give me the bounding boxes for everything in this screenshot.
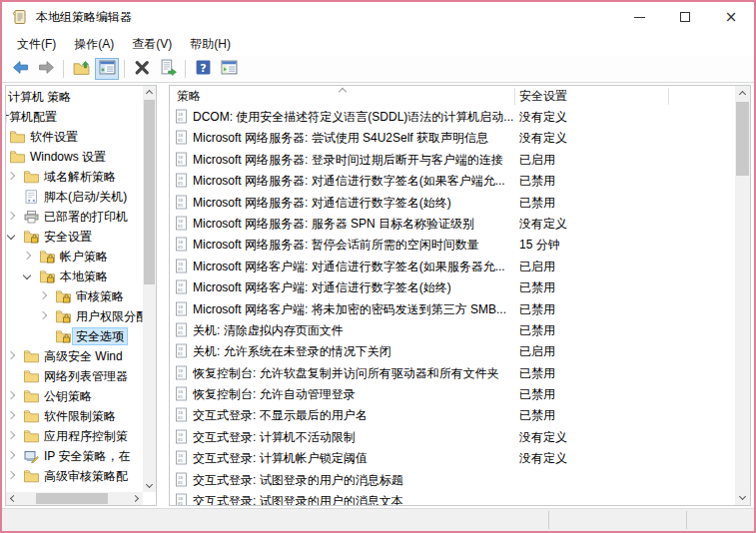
chevron-down-icon[interactable]: [7, 232, 15, 240]
policy-row-1[interactable]: 1001Microsoft 网络服务器: 尝试使用 S4U2Self 获取声明信…: [170, 127, 735, 148]
panel-splitter[interactable]: [157, 85, 169, 506]
export-list-button[interactable]: [156, 58, 180, 80]
minimize-icon: [634, 17, 645, 18]
menu-item-0[interactable]: 文件(F): [8, 33, 65, 56]
tree-scrollbar-thumb[interactable]: [144, 100, 155, 284]
tree-item-12[interactable]: 安全选项: [6, 326, 143, 346]
chevron-right-icon[interactable]: [39, 291, 47, 299]
policy-row-10[interactable]: 1001关机: 清除虚拟内存页面文件已禁用: [170, 319, 735, 340]
delete-button[interactable]: [130, 58, 154, 80]
tree-vertical-scrollbar[interactable]: [143, 86, 156, 492]
tree-hscrollbar-thumb[interactable]: [36, 493, 108, 504]
chevron-right-icon[interactable]: [7, 391, 15, 399]
tree-item-15[interactable]: 公钥策略: [6, 386, 143, 406]
policy-row-8[interactable]: 1001Microsoft 网络客户端: 对通信进行数字签名(始终)已禁用: [170, 276, 735, 297]
tree-item-1[interactable]: 计算机配置: [6, 107, 143, 127]
tree-scroll-down-button[interactable]: [143, 479, 156, 492]
list-scrollbar-thumb[interactable]: [736, 102, 749, 176]
maximize-button[interactable]: [662, 2, 708, 32]
tree-item-17[interactable]: 应用程序控制策: [6, 426, 143, 446]
policy-row-3[interactable]: 1001Microsoft 网络服务器: 对通信进行数字签名(如果客户端允...…: [170, 170, 735, 191]
show-console-tree-button[interactable]: [95, 58, 119, 80]
tree-item-18[interactable]: IP 安全策略，在: [6, 446, 143, 466]
column-divider[interactable]: [514, 88, 515, 105]
policy-row-6[interactable]: 1001Microsoft 网络服务器: 暂停会话前所需的空闲时间数量15 分钟: [170, 234, 735, 255]
tree-item-13[interactable]: 高级安全 Wind: [6, 346, 143, 366]
policy-row-5[interactable]: 1001Microsoft 网络服务器: 服务器 SPN 目标名称验证级别没有定…: [170, 213, 735, 234]
svg-text:01: 01: [178, 117, 184, 122]
folder-lock-icon: [24, 230, 39, 244]
column-divider[interactable]: [668, 88, 669, 105]
chevron-right-icon[interactable]: [7, 351, 15, 359]
chevron-right-icon[interactable]: [7, 172, 15, 180]
policy-name: 交互式登录: 不显示最后的用户名: [193, 407, 368, 424]
tree-scroll-right-button[interactable]: [130, 492, 143, 505]
policy-row-4[interactable]: 1001Microsoft 网络服务器: 对通信进行数字签名(始终)已禁用: [170, 192, 735, 213]
chevron-right-icon[interactable]: [7, 451, 15, 459]
policy-row-13[interactable]: 1001恢复控制台: 允许自动管理登录已禁用: [170, 383, 735, 404]
tree-scroll-left-button[interactable]: [6, 492, 19, 505]
forward-button[interactable]: [34, 58, 58, 80]
folder-icon: [10, 130, 25, 144]
menu-item-1[interactable]: 操作(A): [65, 33, 123, 56]
policy-row-11[interactable]: 1001关机: 允许系统在未登录的情况下关闭已启用: [170, 340, 735, 361]
tree-item-11[interactable]: 用户权限分配: [6, 306, 143, 326]
folder-icon: [24, 429, 39, 443]
folder-icon: [10, 150, 25, 164]
tree-horizontal-scrollbar[interactable]: [6, 492, 143, 505]
menu-item-3[interactable]: 帮助(H): [181, 33, 240, 56]
statusbar-divider: [686, 511, 687, 529]
policy-row-7[interactable]: 1001Microsoft 网络客户端: 对通信进行数字签名(如果服务器允...…: [170, 256, 735, 276]
tree-item-0[interactable]: 计算机 策略: [6, 87, 143, 107]
back-button[interactable]: [8, 58, 32, 80]
tree-item-6[interactable]: 已部署的打印机: [6, 207, 143, 227]
column-header-setting[interactable]: 安全设置: [519, 86, 567, 106]
tree-item-label: 高级安全 Wind: [41, 348, 126, 364]
tree-item-label: 用户权限分配: [73, 308, 143, 324]
tree-item-label: 高级审核策略配: [41, 468, 131, 484]
policy-row-9[interactable]: 1001Microsoft 网络客户端: 将未加密的密码发送到第三方 SMB..…: [170, 298, 735, 319]
list-scroll-down-button[interactable]: [735, 490, 750, 505]
menu-item-2[interactable]: 查看(V): [123, 33, 181, 56]
list-vertical-scrollbar[interactable]: [735, 86, 750, 505]
tree-item-9[interactable]: 本地策略: [6, 266, 143, 286]
help-button[interactable]: ?: [191, 58, 215, 80]
chevron-right-icon[interactable]: [7, 212, 15, 220]
tree-scroll-up-button[interactable]: [143, 86, 156, 99]
policy-name: Microsoft 网络服务器: 登录时间过期后断开与客户端的连接: [193, 152, 503, 169]
chevron-right-icon[interactable]: [7, 411, 15, 419]
policy-row-12[interactable]: 1001恢复控制台: 允许软盘复制并访问所有驱动器和所有文件夹已禁用: [170, 362, 735, 383]
chevron-right-icon[interactable]: [39, 311, 47, 319]
tree-item-10[interactable]: 审核策略: [6, 286, 143, 306]
minimize-button[interactable]: [616, 2, 662, 32]
tree-item-19[interactable]: 高级审核策略配: [6, 466, 143, 486]
close-button[interactable]: ×: [708, 2, 754, 32]
tree-item-3[interactable]: Windows 设置: [6, 147, 143, 167]
new-window-button[interactable]: [217, 58, 241, 80]
column-header-policy[interactable]: 策略: [177, 86, 201, 106]
tree-item-8[interactable]: 帐户策略: [6, 247, 143, 266]
folder-lock-icon: [56, 289, 71, 303]
tree-item-7[interactable]: 安全设置: [6, 227, 143, 247]
tree-item-2[interactable]: 软件设置: [6, 127, 143, 147]
chevron-down-icon[interactable]: [23, 271, 31, 279]
tree-item-5[interactable]: 脚本(启动/关机): [6, 187, 143, 207]
policy-row-18[interactable]: 1001交互式登录: 试图登录的用户的消息文本: [170, 490, 735, 505]
policy-row-14[interactable]: 1001交互式登录: 不显示最后的用户名已禁用: [170, 404, 735, 425]
policy-row-17[interactable]: 1001交互式登录: 试图登录的用户的消息标题: [170, 469, 735, 490]
chevron-right-icon[interactable]: [23, 252, 31, 260]
policy-row-16[interactable]: 1001交互式登录: 计算机帐户锁定阈值没有定义: [170, 447, 735, 468]
tree-item-label: 脚本(启动/关机): [41, 189, 130, 205]
statusbar-divider: [548, 511, 549, 529]
policy-row-0[interactable]: 1001DCOM: 使用安全描述符定义语言(SDDL)语法的计算机启动...没有…: [170, 106, 735, 127]
chevron-right-icon[interactable]: [7, 431, 15, 439]
policy-row-15[interactable]: 1001交互式登录: 计算机不活动限制没有定义: [170, 426, 735, 447]
up-one-level-button[interactable]: [69, 58, 93, 80]
tree-item-16[interactable]: 软件限制策略: [6, 406, 143, 426]
chevron-right-icon[interactable]: [7, 471, 15, 479]
tree-item-4[interactable]: 域名解析策略: [6, 167, 143, 187]
list-scroll-up-button[interactable]: [735, 86, 750, 101]
tree-item-14[interactable]: 网络列表管理器: [6, 366, 143, 386]
svg-text:01: 01: [178, 266, 184, 270]
policy-row-2[interactable]: 1001Microsoft 网络服务器: 登录时间过期后断开与客户端的连接已启用: [170, 149, 735, 170]
